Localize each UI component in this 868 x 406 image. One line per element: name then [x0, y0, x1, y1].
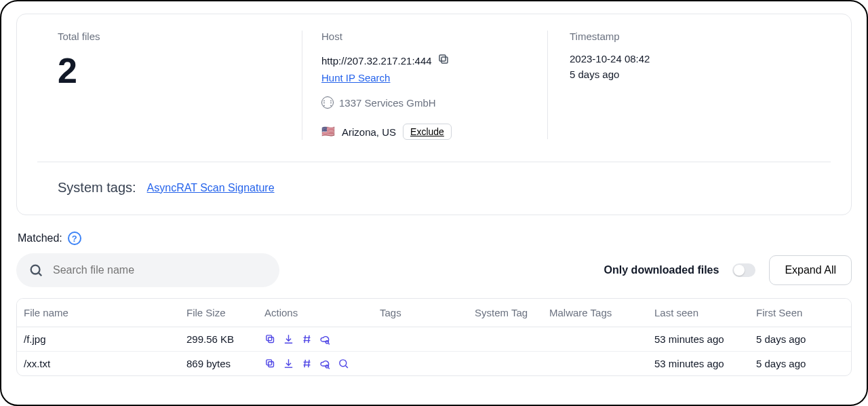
files-table: File name File Size Actions Tags System … [16, 298, 852, 376]
cloud-search-icon[interactable] [319, 358, 331, 369]
only-downloaded-toggle[interactable] [732, 263, 755, 277]
svg-rect-12 [269, 362, 274, 367]
hash-icon[interactable] [301, 333, 313, 345]
expand-all-button[interactable]: Expand All [769, 255, 852, 285]
svg-rect-0 [441, 57, 448, 63]
timestamp-block: Timestamp 2023-10-24 08:42 5 days ago [547, 31, 810, 139]
svg-line-16 [304, 360, 305, 367]
copy-icon[interactable] [437, 53, 450, 68]
search-icon[interactable] [338, 358, 349, 369]
host-url: http://207.32.217.21:444 [321, 55, 432, 67]
th-file-name: File name [24, 307, 186, 318]
exclude-button[interactable]: Exclude [403, 124, 452, 140]
cell-file-size: 869 bytes [186, 358, 264, 369]
th-system-tag: System Tag [475, 307, 549, 318]
host-block: Host http://207.32.217.21:444 Hunt IP Se… [302, 31, 547, 140]
cell-file-name: /f.jpg [24, 333, 186, 345]
cell-actions [264, 358, 380, 369]
download-icon[interactable] [283, 333, 294, 345]
cell-first-seen: 5 days ago [756, 333, 852, 345]
asn-icon: ⋮⋮ [321, 96, 334, 109]
cell-first-seen: 5 days ago [756, 358, 852, 369]
th-first-seen: First Seen [756, 307, 852, 318]
cell-last-seen: 53 minutes ago [654, 358, 756, 369]
th-file-size: File Size [186, 307, 264, 318]
table-header: File name File Size Actions Tags System … [17, 299, 851, 327]
svg-rect-1 [439, 55, 446, 61]
total-files-block: Total files 2 [58, 31, 302, 140]
svg-line-9 [309, 335, 309, 343]
svg-line-19 [328, 368, 329, 369]
svg-line-8 [304, 335, 305, 343]
search-icon [28, 263, 43, 278]
svg-rect-4 [269, 337, 274, 343]
svg-point-2 [31, 265, 40, 274]
svg-line-17 [309, 360, 309, 367]
th-malware-tags: Malware Tags [549, 307, 654, 318]
timestamp-value: 2023-10-24 08:42 [570, 53, 810, 64]
svg-rect-5 [267, 335, 272, 341]
th-actions: Actions [264, 307, 380, 318]
summary-card: Total files 2 Host http://207.32.217.21:… [16, 14, 852, 215]
only-downloaded-label: Only downloaded files [604, 264, 719, 276]
flag-icon: 🇺🇸 [321, 126, 335, 137]
timestamp-label: Timestamp [570, 31, 810, 42]
hash-icon[interactable] [301, 358, 313, 369]
search-input[interactable] [16, 253, 279, 287]
download-icon[interactable] [283, 358, 294, 369]
location-text: Arizona, US [342, 126, 396, 138]
cell-file-size: 299.56 KB [186, 333, 264, 345]
copy-icon[interactable] [264, 358, 276, 369]
hunt-ip-link[interactable]: Hunt IP Search [321, 72, 390, 84]
total-files-label: Total files [58, 31, 281, 42]
system-tags-label: System tags: [58, 180, 136, 196]
matched-label: Matched: [18, 232, 62, 244]
th-tags: Tags [380, 307, 475, 318]
timestamp-relative: 5 days ago [570, 69, 810, 80]
system-tag-link[interactable]: AsyncRAT Scan Signature [147, 182, 275, 194]
help-icon[interactable]: ? [68, 232, 81, 245]
svg-point-20 [340, 360, 347, 367]
table-row: /xx.txt869 bytes53 minutes ago5 days ago [17, 352, 851, 375]
table-row: /f.jpg299.56 KB53 minutes ago5 days ago [17, 327, 851, 352]
total-files-value: 2 [58, 53, 281, 88]
svg-line-3 [39, 273, 41, 276]
host-label: Host [321, 31, 528, 42]
asn-org: 1337 Services GmbH [339, 97, 436, 109]
cloud-search-icon[interactable] [319, 333, 331, 345]
svg-line-11 [328, 344, 329, 344]
svg-rect-13 [267, 360, 272, 365]
copy-icon[interactable] [264, 333, 276, 345]
th-last-seen: Last seen [654, 307, 756, 318]
cell-actions [264, 333, 380, 345]
cell-last-seen: 53 minutes ago [654, 333, 756, 345]
cell-file-name: /xx.txt [24, 358, 186, 369]
svg-line-21 [346, 366, 348, 368]
